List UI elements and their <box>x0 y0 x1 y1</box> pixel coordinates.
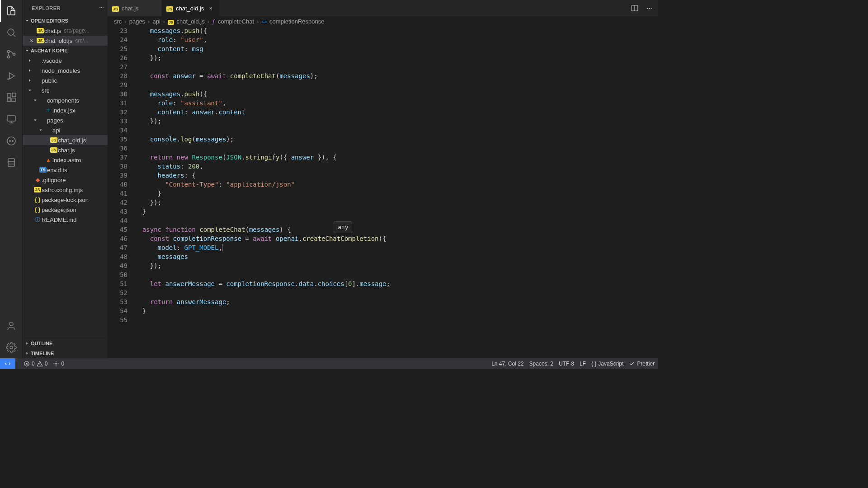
tab-label: chat.js <box>122 5 139 12</box>
status-language[interactable]: { } JavaScript <box>591 361 623 367</box>
svg-rect-10 <box>7 116 15 121</box>
file-icon: ◆ <box>33 177 42 183</box>
file-item[interactable]: ⚛index.jsx <box>23 105 108 115</box>
file-label: index.astro <box>52 157 81 164</box>
explorer-more-icon[interactable]: ⋯ <box>99 5 104 11</box>
timeline-header[interactable]: TIMELINE <box>23 348 108 358</box>
explorer-title: EXPLORER ⋯ <box>23 0 108 16</box>
folder-item[interactable]: public <box>23 75 108 85</box>
file-item[interactable]: JSchat.js <box>23 145 108 155</box>
status-indent[interactable]: Spaces: 2 <box>529 361 553 367</box>
activity-settings-icon[interactable] <box>0 337 23 358</box>
file-icon: JS <box>50 137 58 143</box>
status-problems[interactable]: 0 0 <box>24 361 47 367</box>
file-icon: JS <box>50 147 58 153</box>
outline-header[interactable]: OUTLINE <box>23 338 108 348</box>
svg-rect-8 <box>12 98 15 102</box>
editor-tab[interactable]: JSchat.js× <box>108 0 162 16</box>
split-editor-icon[interactable] <box>630 4 639 13</box>
file-item[interactable]: ◆.gitignore <box>23 175 108 185</box>
breadcrumb-segment[interactable]: ƒ completeChat <box>212 18 254 25</box>
folder-item[interactable]: pages <box>23 115 108 125</box>
status-prettier[interactable]: Prettier <box>629 361 655 367</box>
open-editors-header[interactable]: OPEN EDITORS <box>23 16 108 26</box>
status-ports[interactable]: 0 <box>53 361 64 367</box>
activity-search-icon[interactable] <box>0 22 23 43</box>
file-label: env.d.ts <box>47 167 67 174</box>
activity-remote-explorer-icon[interactable] <box>0 108 23 130</box>
file-item[interactable]: ⓘREADME.md <box>23 215 108 225</box>
file-item[interactable]: { }package.json <box>23 205 108 215</box>
open-editor-item[interactable]: ×JSchat_old.jssrc/... <box>23 36 108 46</box>
status-errors-count: 0 <box>32 361 35 367</box>
chevron-right-icon <box>24 341 31 346</box>
status-warnings-count: 0 <box>45 361 48 367</box>
folder-item[interactable]: .vscode <box>23 56 108 66</box>
breadcrumb-separator: › <box>257 18 259 25</box>
svg-rect-9 <box>12 93 16 97</box>
activity-source-control-icon[interactable] <box>0 43 23 65</box>
breadcrumb-segment[interactable]: JS chat_old.js <box>168 18 205 25</box>
folder-item[interactable]: node_modules <box>23 66 108 75</box>
more-actions-icon[interactable]: ⋯ <box>645 4 654 13</box>
file-item[interactable]: JSastro.config.mjs <box>23 185 108 195</box>
tabs: JSchat.js×JSchat_old.js× <box>108 0 220 16</box>
remote-indicator[interactable] <box>0 358 15 369</box>
activity-run-debug-icon[interactable] <box>0 65 23 87</box>
chevron-down-icon <box>26 88 33 93</box>
file-label: .vscode <box>42 57 62 64</box>
tabs-row: JSchat.js×JSchat_old.js× ⋯ <box>108 0 658 16</box>
code-editor[interactable]: 2324252627282930313233343536373839404142… <box>108 26 658 358</box>
svg-rect-0 <box>11 10 15 15</box>
minimap[interactable] <box>652 26 658 358</box>
open-editor-path: src/page... <box>64 28 90 34</box>
file-label: chat.js <box>58 147 75 154</box>
status-cursor[interactable]: Ln 47, Col 22 <box>491 361 524 367</box>
activity-explorer-icon[interactable] <box>0 0 23 22</box>
file-label: README.md <box>42 216 76 223</box>
breadcrumb-segment[interactable]: ▭ completionResponse <box>261 18 324 25</box>
file-item[interactable]: JSchat_old.js <box>23 135 108 145</box>
chevron-down-icon <box>24 18 31 23</box>
svg-point-15 <box>9 322 13 326</box>
svg-point-13 <box>12 141 13 141</box>
file-icon: TS <box>39 167 47 173</box>
open-editor-path: src/... <box>75 38 88 44</box>
code-content[interactable]: messages.push({ role: "user", content: m… <box>135 26 652 358</box>
workspace-header[interactable]: AI-CHAT KOPIE <box>23 46 108 56</box>
svg-point-16 <box>10 346 13 349</box>
file-label: .gitignore <box>42 177 66 183</box>
close-icon[interactable]: × <box>207 5 215 12</box>
status-encoding[interactable]: UTF-8 <box>559 361 574 367</box>
tab-actions: ⋯ <box>626 4 658 13</box>
breadcrumb-separator: › <box>124 18 126 25</box>
status-eol[interactable]: LF <box>580 361 586 367</box>
open-editor-item[interactable]: JSchat.jssrc/page... <box>23 26 108 36</box>
editor-tab[interactable]: JSchat_old.js× <box>162 0 220 16</box>
activity-extensions-icon[interactable] <box>0 87 23 108</box>
file-item[interactable]: TSenv.d.ts <box>23 165 108 175</box>
file-icon: ⚛ <box>44 107 52 113</box>
file-icon: { } <box>33 206 42 213</box>
workspace-label: AI-CHAT KOPIE <box>31 48 68 53</box>
file-label: components <box>47 97 79 104</box>
file-item[interactable]: { }package-lock.json <box>23 195 108 205</box>
timeline-label: TIMELINE <box>31 351 54 356</box>
folder-item[interactable]: components <box>23 95 108 105</box>
chevron-right-icon <box>24 351 31 356</box>
folder-item[interactable]: src <box>23 85 108 95</box>
explorer-title-label: EXPLORER <box>32 5 61 11</box>
open-editor-label: chat_old.js <box>44 38 72 44</box>
folder-item[interactable]: api <box>23 125 108 135</box>
activity-copilot-icon[interactable] <box>0 130 23 152</box>
breadcrumb-segment[interactable]: api <box>152 18 160 25</box>
breadcrumb[interactable]: src›pages›api›JS chat_old.js›ƒ completeC… <box>108 16 658 26</box>
breadcrumb-segment[interactable]: src <box>114 18 122 25</box>
close-icon[interactable]: × <box>28 37 35 44</box>
breadcrumb-segment[interactable]: pages <box>129 18 145 25</box>
file-item[interactable]: ▲index.astro <box>23 155 108 165</box>
activity-database-icon[interactable] <box>0 152 23 174</box>
activity-account-icon[interactable] <box>0 315 23 337</box>
outline-label: OUTLINE <box>31 341 52 346</box>
svg-point-3 <box>8 56 10 58</box>
